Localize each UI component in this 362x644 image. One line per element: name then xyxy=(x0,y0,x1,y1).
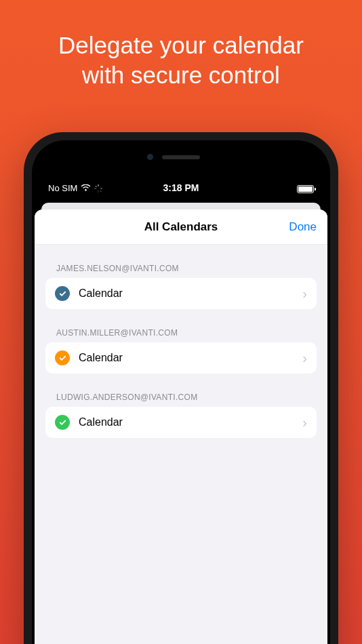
promo-headline: Delegate your calendar with secure contr… xyxy=(0,0,362,90)
svg-rect-3 xyxy=(100,188,102,188)
phone-frame: No SIM 3:1 xyxy=(24,132,338,644)
calendar-row[interactable]: Calendar › xyxy=(45,407,317,438)
loading-icon xyxy=(94,184,102,193)
chevron-right-icon: › xyxy=(302,415,307,430)
chevron-right-icon: › xyxy=(302,350,307,366)
status-left: No SIM xyxy=(48,183,102,193)
phone-speaker xyxy=(162,155,200,159)
modal-content: JAMES.NELSON@IVANTI.COM Calendar › xyxy=(35,245,327,644)
section-header: LUDWIG.ANDERSON@IVANTI.COM xyxy=(35,393,327,407)
modal-header: All Calendars Done xyxy=(35,209,327,245)
checkmark-icon xyxy=(55,415,70,430)
phone-screen: No SIM 3:1 xyxy=(35,143,327,644)
headline-line-1: Delegate your calendar xyxy=(58,32,304,58)
carrier-label: No SIM xyxy=(48,183,77,193)
section-header: JAMES.NELSON@IVANTI.COM xyxy=(35,264,327,278)
battery-icon xyxy=(297,185,314,193)
svg-rect-2 xyxy=(94,188,96,188)
calendar-section: AUSTIN.MILLER@IVANTI.COM Calendar › xyxy=(35,328,327,374)
modal-title: All Calendars xyxy=(144,220,218,234)
calendar-label: Calendar xyxy=(79,287,302,300)
calendar-section: JAMES.NELSON@IVANTI.COM Calendar › xyxy=(35,264,327,309)
phone-camera xyxy=(147,154,153,160)
phone-inner: No SIM 3:1 xyxy=(32,140,330,644)
status-right xyxy=(297,185,314,193)
wifi-icon xyxy=(81,184,91,192)
svg-rect-0 xyxy=(98,184,99,186)
section-header: AUSTIN.MILLER@IVANTI.COM xyxy=(35,328,327,342)
calendar-section: LUDWIG.ANDERSON@IVANTI.COM Calendar › xyxy=(35,393,327,438)
calendar-label: Calendar xyxy=(79,416,302,428)
svg-rect-1 xyxy=(98,190,99,193)
done-button[interactable]: Done xyxy=(289,220,317,234)
chevron-right-icon: › xyxy=(302,286,307,302)
headline-line-2: with secure control xyxy=(82,62,280,88)
calendars-modal: All Calendars Done JAMES.NELSON@IVANTI.C… xyxy=(35,209,327,644)
app-area: All Calendars Done JAMES.NELSON@IVANTI.C… xyxy=(35,199,327,644)
status-time: 3:18 PM xyxy=(163,182,199,193)
calendar-row[interactable]: Calendar › xyxy=(45,342,317,374)
svg-rect-5 xyxy=(100,190,102,191)
calendar-label: Calendar xyxy=(79,352,302,364)
calendar-row[interactable]: Calendar › xyxy=(45,278,317,309)
status-bar: No SIM 3:1 xyxy=(35,143,327,199)
checkmark-icon xyxy=(55,350,70,365)
checkmark-icon xyxy=(55,286,70,301)
svg-rect-4 xyxy=(96,185,97,186)
